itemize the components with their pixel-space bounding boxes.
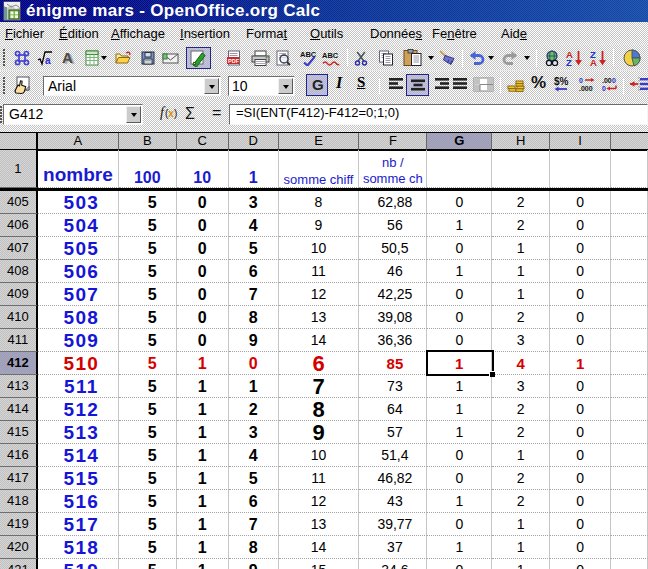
svg-text:0: 0 xyxy=(612,77,616,84)
svg-text:.00: .00 xyxy=(602,77,612,84)
svg-text:.000: .000 xyxy=(579,85,593,92)
svg-text:0: 0 xyxy=(602,85,606,92)
svg-text:0: 0 xyxy=(579,77,583,84)
svg-text:$%: $% xyxy=(554,76,569,87)
